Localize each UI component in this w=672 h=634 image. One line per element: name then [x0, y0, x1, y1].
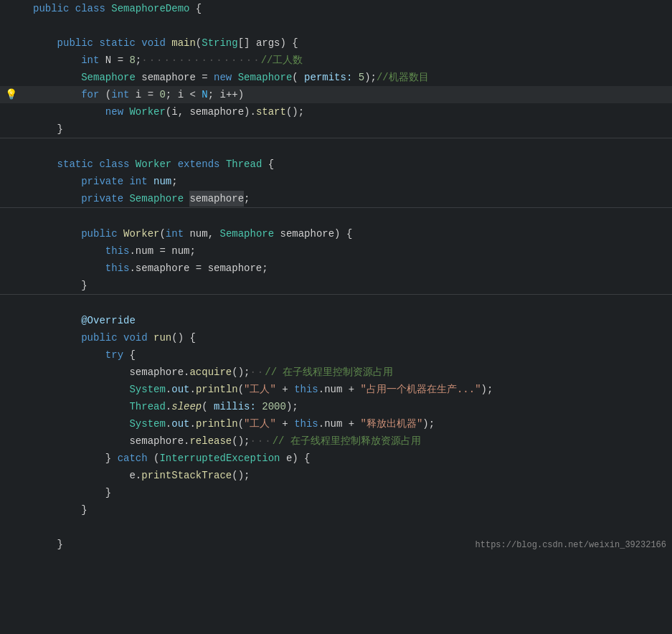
line-content-8: } [30, 121, 672, 137]
code-line-10: static class Worker extends Thread { [0, 156, 672, 173]
keyword: new [105, 104, 130, 120]
indent [33, 87, 81, 103]
line-content-4: int N = 8;················//工人数 [30, 52, 672, 68]
line-content-20: public void run() { [30, 330, 672, 346]
paren: ( [196, 35, 202, 51]
var-name: N = [105, 52, 130, 68]
code-line-25: System.out.println("工人" + this.num + "释放… [0, 415, 672, 432]
indent [33, 260, 105, 276]
dots: ·· [250, 364, 265, 380]
method: println [196, 416, 238, 432]
method-name: run [153, 330, 171, 346]
line-content-7: new Worker(i, semaphore).start(); [30, 104, 672, 120]
comment: // 在子线程里控制资源占用 [265, 364, 393, 380]
paren: ( [159, 226, 165, 242]
keyword: class [75, 1, 111, 16]
code-line-15: this.num = num; [0, 242, 672, 260]
var: i = [136, 87, 160, 103]
paren: ( [292, 70, 298, 85]
comment: // 在子线程里控制释放资源占用 [273, 433, 421, 449]
param2: semaphore) { [280, 226, 353, 242]
line-content [30, 139, 672, 155]
type: Semaphore [129, 191, 189, 207]
indent [33, 468, 129, 483]
annotation: @Override [81, 313, 136, 328]
param: num, [189, 226, 219, 242]
dot3: .num + [318, 382, 361, 397]
keyword: static [99, 35, 141, 51]
keyword: this [294, 382, 318, 397]
keyword: public [81, 330, 123, 346]
param: args) { [256, 35, 298, 51]
indent [33, 450, 105, 466]
line-content-11: private int num; [30, 174, 672, 189]
param-hint: permits: [298, 70, 359, 85]
dot2: . [189, 382, 195, 397]
semicolon: ; [136, 52, 141, 68]
keyword: class [99, 156, 135, 172]
indent [33, 502, 81, 518]
keyword: public [33, 1, 75, 16]
code-line-29: } [0, 484, 672, 501]
code-editor: public class SemaphoreDemo { public stat… [0, 0, 672, 553]
url-text: https://blog.csdn.net/weixin_39232166 [475, 540, 666, 550]
line-content-28: e.printStackTrace(); [30, 468, 672, 483]
code-line-blank4 [0, 295, 672, 312]
plus: + [276, 416, 294, 432]
type: Semaphore [81, 70, 141, 85]
code-line-5: Semaphore semaphore = new Semaphore( per… [0, 69, 672, 86]
indent [33, 399, 129, 415]
line-content-27: } catch (InterruptedException e) { [30, 450, 672, 466]
bulb-icon[interactable]: 💡 [5, 87, 17, 103]
semicolon: ; i < [166, 87, 202, 103]
keyword: try [105, 347, 130, 363]
line-content-19: @Override [30, 313, 672, 328]
var: semaphore. [129, 364, 189, 380]
code-line-blank2 [0, 138, 672, 156]
keyword: this [294, 416, 318, 432]
url-bar: https://blog.csdn.net/weixin_39232166 [470, 537, 672, 553]
line-content-12: private Semaphore semaphore; [30, 191, 672, 207]
keyword: catch [118, 450, 153, 466]
keyword: public [57, 35, 100, 51]
indent [33, 121, 57, 137]
paren-close: ); [286, 399, 298, 415]
line-content-5: Semaphore semaphore = new Semaphore( per… [30, 70, 672, 85]
line-content-30: } [30, 502, 672, 518]
keyword: public [81, 226, 123, 242]
paren: ( [153, 450, 159, 466]
keyword: static [57, 156, 100, 172]
type: Semaphore [238, 70, 293, 85]
indent [33, 485, 105, 501]
comment: //机器数目 [377, 70, 429, 85]
method: sleep [171, 399, 202, 415]
paren: (); [232, 433, 250, 449]
method: acquire [189, 364, 232, 380]
code-line-14: public Worker(int num, Semaphore semapho… [0, 225, 672, 242]
string: "工人" [244, 382, 276, 397]
code-line-blank5 [0, 519, 672, 536]
indent [33, 52, 81, 68]
code-line-1: public class SemaphoreDemo { [0, 0, 672, 17]
line-content [30, 18, 672, 34]
paren-close: ); [422, 416, 435, 432]
semicolon: ; [244, 191, 250, 207]
comment: //工人数 [261, 52, 303, 68]
plus: + [276, 382, 294, 397]
indent [33, 35, 57, 51]
field-semaphore: semaphore [189, 191, 244, 207]
var: e. [129, 468, 141, 483]
string2: "释放出机器" [361, 416, 423, 432]
indent [33, 536, 57, 552]
paren-close: ); [481, 382, 493, 397]
line-content-23: System.out.println("工人" + this.num + "占用… [30, 382, 672, 397]
keyword: void [123, 330, 153, 346]
keyword: this [105, 260, 130, 276]
code-line-12: private Semaphore semaphore; [0, 190, 672, 207]
code-line-blank [0, 17, 672, 34]
code-line-27: } catch (InterruptedException e) { [0, 450, 672, 467]
brace: } [57, 121, 63, 137]
line-content [30, 519, 672, 535]
keyword: int [166, 226, 190, 242]
brace: { [196, 1, 202, 16]
